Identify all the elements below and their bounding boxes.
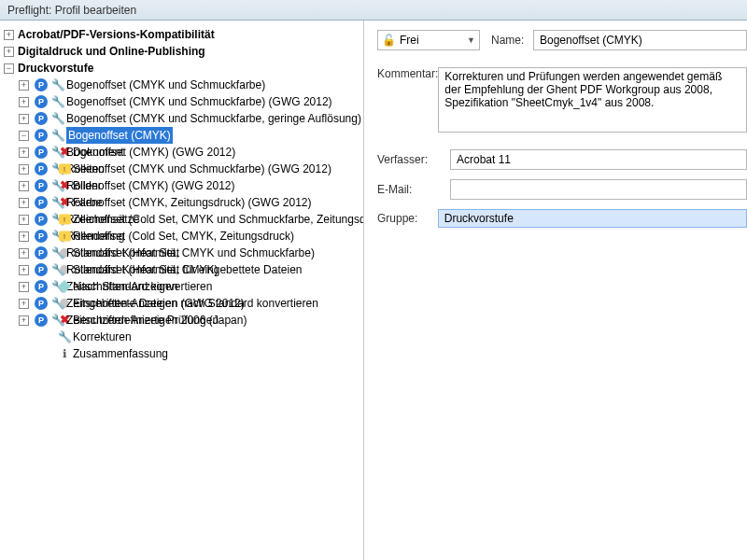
profile-icon: P [35, 95, 48, 108]
name-label: Name: [491, 34, 533, 47]
email-input[interactable] [450, 179, 747, 200]
warning-icon: ! [58, 230, 71, 243]
warning-icon: ! [58, 213, 71, 226]
expander-icon[interactable]: − [19, 131, 29, 141]
category-label: Digitaldruck und Online-Publishing [18, 43, 205, 60]
expander-icon[interactable]: + [19, 164, 29, 175]
profile-details-panel: 🔓 Frei ▼ Name: Kommentar: Verfasser: E-M… [364, 21, 747, 560]
profile-item[interactable]: +P🔧Bogenoffset (CMYK und Schmuckfarbe, g… [19, 110, 359, 127]
author-row: Verfasser: [377, 149, 747, 170]
group-dropdown[interactable]: Druckvorstufe [438, 209, 747, 228]
profile-label: Zeitschriften-Anzeigen 2006 (Japan) [66, 312, 247, 329]
expander-icon[interactable]: + [19, 315, 29, 326]
profile-label: Bogenoffset (CMYK und Schmuckfarbe, geri… [66, 110, 361, 127]
expander-icon[interactable]: + [19, 181, 29, 191]
wrench-icon: 🔧 [51, 95, 64, 108]
wrench-icon: 🔧 [51, 246, 64, 259]
profile-icon: P [35, 146, 48, 159]
profile-label: Rollenoffset (Cold Set, CMYK und Schmuck… [66, 211, 364, 228]
expander-icon[interactable]: + [19, 248, 29, 259]
author-input[interactable] [450, 149, 747, 170]
profile-row[interactable]: − P 🔧 Bogenoffset (CMYK) [19, 127, 359, 144]
check-summary[interactable]: ℹZusammenfassung [56, 345, 359, 362]
profile-tree[interactable]: + Acrobat/PDF-Versions-Kompatibilität + … [4, 26, 359, 77]
profile-label: Zeitschriften-Anzeigen [66, 278, 177, 295]
window-title: Preflight: Profil bearbeiten [7, 4, 136, 17]
summary-icon: ℹ [58, 347, 71, 360]
profile-label: Rollenoffset (Heat Set, CMYK und Schmuck… [66, 245, 315, 261]
category-label: Druckvorstufe [18, 60, 93, 77]
category-acrobat[interactable]: + Acrobat/PDF-Versions-Kompatibilität [4, 26, 359, 43]
wrench-icon: 🔧 [51, 263, 64, 276]
comment-textarea[interactable] [438, 67, 747, 133]
profile-icon: P [35, 314, 48, 327]
profile-item[interactable]: +P🔧Bogenoffset (CMYK) (GWG 2012) [19, 144, 359, 161]
profile-icon: P [35, 129, 48, 142]
profile-label: Rollenoffset (CMYK, Zeitungsdruck) (GWG … [66, 194, 312, 211]
expander-icon[interactable]: + [19, 265, 29, 275]
lock-name-row: 🔓 Frei ▼ Name: [377, 30, 747, 50]
profile-icon: P [35, 297, 48, 310]
lock-value: Frei [400, 34, 419, 47]
group-label: Gruppe: [377, 212, 438, 225]
title-bar: Preflight: Profil bearbeiten [0, 0, 747, 21]
profile-item[interactable]: +P🔧Rollenoffset (Heat Set, CMYK und Schm… [19, 245, 359, 261]
profile-item[interactable]: +P🔧Rollenoffset (Heat Set, CMYK) [19, 261, 359, 278]
expander-icon[interactable]: + [19, 215, 29, 225]
profile-icon: P [35, 246, 48, 259]
profile-item[interactable]: +P🔧Bogenoffset (CMYK und Schmuckfarbe) (… [19, 93, 359, 110]
expander-icon[interactable]: + [19, 198, 29, 208]
check-label: Korrekturen [73, 329, 132, 345]
author-label: Verfasser: [377, 153, 450, 166]
expander-icon[interactable]: + [4, 30, 14, 40]
category-druckvorstufe: − Druckvorstufe +P🔧Bogenoffset (CMYK und… [4, 60, 359, 77]
expander-icon[interactable]: + [19, 114, 29, 124]
profile-icon: P [35, 179, 48, 192]
profile-icon: P [35, 263, 48, 276]
profile-tree-panel: + Acrobat/PDF-Versions-Kompatibilität + … [0, 21, 364, 560]
profile-icon: P [35, 162, 48, 175]
profile-item[interactable]: +P🔧Bogenoffset (CMYK und Schmuckfarbe) [19, 77, 359, 93]
profile-item[interactable]: +P🔧Rollenoffset (CMYK) (GWG 2012) [19, 177, 359, 194]
check-korrekturen[interactable]: 🔧Korrekturen [56, 329, 359, 345]
group-row: Gruppe: Druckvorstufe [377, 209, 747, 228]
email-row: E-Mail: [377, 179, 747, 200]
profile-item-selected: − P 🔧 Bogenoffset (CMYK) ✖Dokument !Seit… [19, 127, 359, 144]
category-row[interactable]: − Druckvorstufe [4, 60, 359, 77]
name-input[interactable] [533, 30, 747, 50]
wrench-icon: 🔧 [51, 314, 64, 327]
main-container: + Acrobat/PDF-Versions-Kompatibilität + … [0, 21, 747, 560]
profile-icon: P [35, 230, 48, 243]
lock-icon: 🔓 [382, 34, 396, 47]
profile-label: Bogenoffset (CMYK) [66, 127, 173, 144]
wrench-icon: 🔧 [51, 112, 64, 125]
comment-row: Kommentar: [377, 67, 747, 133]
expander-icon[interactable]: + [4, 47, 14, 57]
wrench-icon: 🔧 [51, 297, 64, 310]
chevron-down-icon: ▼ [467, 35, 475, 45]
expander-icon[interactable]: + [19, 282, 29, 292]
wrench-icon: 🔧 [51, 78, 64, 91]
lock-dropdown[interactable]: 🔓 Frei ▼ [377, 30, 480, 50]
profile-label: Bogenoffset (CMYK und Schmuckfarbe) [66, 77, 265, 93]
profile-label: Rollenoffset (Heat Set, CMYK) [66, 261, 218, 278]
expander-icon[interactable]: − [4, 63, 14, 74]
expander-icon[interactable]: + [19, 147, 29, 158]
check-label: Zusammenfassung [73, 345, 168, 362]
profile-label: Bogenoffset (CMYK) (GWG 2012) [66, 144, 235, 161]
category-label: Acrobat/PDF-Versions-Kompatibilität [18, 26, 215, 43]
expander-icon[interactable]: + [19, 80, 29, 91]
expander-icon[interactable]: + [19, 97, 29, 107]
profile-item[interactable]: +P🔧Rollenoffset (CMYK, Zeitungsdruck) (G… [19, 194, 359, 211]
profile-label: Rollenoffset (Cold Set, CMYK, Zeitungsdr… [66, 228, 294, 245]
expander-icon[interactable]: + [19, 299, 29, 309]
profile-icon: P [35, 78, 48, 91]
wrench-icon: 🔧 [51, 179, 64, 192]
category-digitaldruck[interactable]: + Digitaldruck und Online-Publishing [4, 43, 359, 60]
profile-item[interactable]: +P🔧Zeitschriften-Anzeigen 2006 (Japan) [19, 312, 359, 329]
expander-icon[interactable]: + [19, 231, 29, 242]
profile-icon: P [35, 112, 48, 125]
profile-label: Rollenoffset (CMYK) (GWG 2012) [66, 177, 235, 194]
wrench-icon: 🔧 [51, 146, 64, 159]
warning-icon: ! [58, 162, 71, 175]
